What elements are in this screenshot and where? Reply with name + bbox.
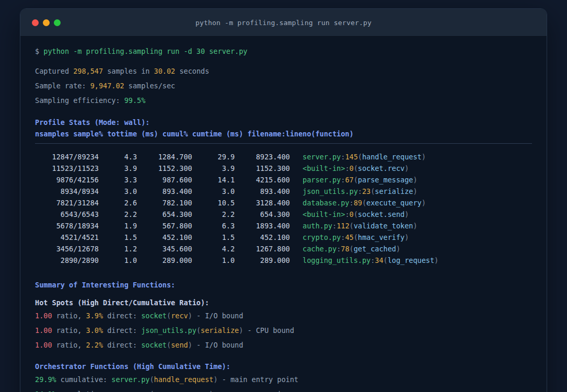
orchestrator-note: - message parsing (213, 390, 290, 392)
cumul-pct-cell: 3.0 (192, 187, 235, 195)
filename: cache.py (303, 245, 337, 253)
ratio-label: ratio, (52, 312, 86, 320)
captured-label: Captured (35, 67, 73, 75)
hotspot-note: - CPU bound (243, 326, 294, 335)
line-number: 145 (345, 153, 357, 161)
tottime-cell: 1284.700 (137, 153, 192, 161)
cumulative-pct-value: 14.1% (35, 390, 56, 392)
minimize-button[interactable] (43, 19, 50, 26)
function-name: parse_message (358, 176, 413, 184)
nsamples-cell: 3456/12678 (35, 245, 99, 253)
tottime-cell: 893.400 (137, 187, 192, 195)
function-name: parse_message (154, 390, 210, 392)
orchestrator-line: 29.9% cumulative: server.py(handle_reque… (35, 372, 532, 387)
function-name: recv (171, 312, 188, 320)
filename: auth.py (303, 222, 332, 230)
terminal-titlebar: python -m profiling.sampling run server.… (20, 9, 547, 37)
line-number: 45 (345, 233, 353, 241)
function-name: socket.send (358, 210, 404, 218)
profile-row: 7821/31284 2.6 782.100 10.5 3128.400 dat… (35, 197, 532, 209)
function-name: log_request (388, 256, 434, 264)
nsamples-cell: 12847/89234 (35, 153, 99, 161)
hotspot-line: 1.00 ratio, 3.0% direct: json_utils.py(s… (35, 323, 532, 338)
efficiency-line: Sampling efficiency: 99.5% (35, 93, 532, 108)
filename: socket (141, 312, 167, 320)
captured-seconds-value: 30.02 (154, 67, 176, 75)
cumtime-cell: 8923.400 (235, 153, 290, 161)
function-name: handle_request (362, 153, 422, 161)
sample-pct-cell: 2.2 (99, 210, 137, 218)
profile-row: 3456/12678 1.2 345.600 4.2 1267.800 cach… (35, 243, 532, 255)
profile-row: 4521/4521 1.5 452.100 1.5 452.100 crypto… (35, 232, 532, 243)
ratio-value: 1.00 (35, 326, 52, 335)
summary-heading: Summary of Interesting Functions: (35, 279, 532, 291)
ratio-label: ratio, (52, 326, 86, 335)
close-button[interactable] (32, 19, 39, 26)
function-name: hmac_verify (358, 233, 404, 241)
tottime-cell: 567.800 (137, 222, 192, 230)
profile-row: 11523/11523 3.9 1152.300 3.9 1152.300 <b… (35, 163, 532, 174)
ratio-value: 1.00 (35, 312, 52, 320)
sample-pct-cell: 1.5 (99, 233, 137, 241)
tottime-cell: 345.600 (137, 245, 192, 253)
sample-pct-cell: 4.3 (99, 153, 137, 161)
orchestrator-lines: 29.9% cumulative: server.py(handle_reque… (35, 372, 532, 392)
function-name: send (171, 341, 188, 349)
orchestrators-heading: Orchestrator Functions (High Cumulative … (35, 361, 532, 372)
cumulative-label: cumulative: (56, 390, 112, 392)
function-name: socket.recv (358, 164, 404, 172)
sample-pct-cell: 1.0 (99, 256, 137, 264)
tottime-cell: 782.100 (137, 199, 192, 207)
direct-label: direct: (103, 312, 141, 320)
cumtime-cell: 1152.300 (235, 164, 290, 172)
line-number: 67 (345, 176, 353, 184)
cumtime-cell: 893.400 (235, 187, 290, 195)
direct-pct-value: 3.0% (86, 326, 103, 335)
nsamples-cell: 9876/42156 (35, 176, 99, 184)
filename: <built-in> (303, 164, 345, 172)
hotspot-lines: 1.00 ratio, 3.9% direct: socket(recv) - … (35, 308, 532, 352)
profile-rows: 12847/89234 4.3 1284.700 29.9 8923.400 s… (35, 151, 532, 266)
traffic-lights (32, 9, 61, 36)
filename: logging_utils.py (303, 256, 371, 264)
filename: crypto.py (303, 233, 341, 241)
ratio-value: 1.00 (35, 341, 52, 349)
nsamples-cell: 4521/4521 (35, 233, 99, 241)
sample-pct-cell: 1.2 (99, 245, 137, 253)
sample-pct-cell: 3.0 (99, 187, 137, 195)
zoom-button[interactable] (54, 19, 61, 26)
nsamples-cell: 6543/6543 (35, 210, 99, 218)
rate-label: Sample rate: (35, 82, 90, 90)
nsamples-cell: 2890/2890 (35, 256, 99, 264)
profile-row: 5678/18934 1.9 567.800 6.3 1893.400 auth… (35, 220, 532, 232)
profile-row: 8934/8934 3.0 893.400 3.0 893.400 json_u… (35, 186, 532, 197)
nsamples-cell: 8934/8934 (35, 187, 99, 195)
efficiency-value: 99.5% (124, 96, 146, 105)
direct-label: direct: (103, 341, 141, 349)
hotspot-line: 1.00 ratio, 3.9% direct: socket(recv) - … (35, 308, 532, 323)
cumul-pct-cell: 3.9 (192, 164, 235, 172)
line-number: 0 (350, 164, 354, 172)
cumul-pct-cell: 6.3 (192, 222, 235, 230)
sample-pct-cell: 3.3 (99, 176, 137, 184)
cumulative-pct-value: 29.9% (35, 375, 56, 384)
cumtime-cell: 1893.400 (235, 222, 290, 230)
efficiency-label: Sampling efficiency: (35, 96, 124, 105)
direct-pct-value: 2.2% (86, 341, 103, 349)
cumul-pct-cell: 2.2 (192, 210, 235, 218)
profile-row: 6543/6543 2.2 654.300 2.2 654.300 <built… (35, 209, 532, 220)
line-number: 0 (350, 210, 354, 218)
profile-row: 9876/42156 3.3 987.600 14.1 4215.600 par… (35, 174, 532, 186)
line-number: 112 (337, 222, 349, 230)
function-name: execute_query (366, 199, 422, 207)
cumul-pct-cell: 1.5 (192, 233, 235, 241)
direct-label: direct: (103, 326, 141, 335)
cumul-pct-cell: 1.0 (192, 256, 235, 264)
cumulative-label: cumulative: (56, 375, 112, 384)
tottime-cell: 289.000 (137, 256, 192, 264)
filename: json_utils.py (303, 187, 358, 195)
captured-suffix-label: seconds (175, 67, 209, 75)
window-title: python -m profiling.sampling run server.… (195, 19, 372, 27)
function-name: serialize (201, 326, 239, 335)
cumtime-cell: 1267.800 (235, 245, 290, 253)
